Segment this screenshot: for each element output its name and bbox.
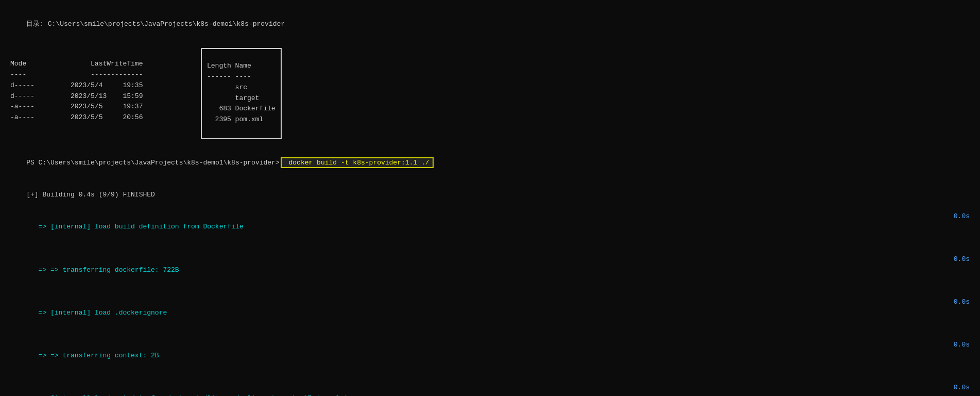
col-length-name: Length Name — [207, 62, 251, 70]
col-separator-right: ------ ---- — [207, 73, 251, 80]
col-separator: ---- ------------- — [10, 71, 143, 78]
row-2-left: d----- 2023/5/13 15:59 — [10, 92, 143, 100]
prompt-text: PS C:\Users\smile\projects\JavaProjects\… — [26, 159, 279, 167]
row-1-left: d----- 2023/5/4 19:35 — [10, 81, 143, 89]
build-line-2: => => transferring dockerfile: 722B 0.0s — [10, 254, 970, 297]
table-right: Length Name ------ ---- src target 683 D… — [207, 50, 276, 136]
build-line-3: => [internal] load .dockerignore 0.0s — [10, 297, 970, 340]
row-3-right: 683 Dockerfile — [207, 105, 276, 112]
title-text: 目录: C:\Users\smile\projects\JavaProjects… — [26, 20, 285, 28]
row-2-right: target — [207, 94, 259, 102]
col-mode: Mode LastWriteTime — [10, 60, 143, 68]
build-line-1: => [internal] load build definition from… — [10, 211, 970, 254]
table-left: Mode LastWriteTime ---- ------------- d-… — [10, 48, 196, 134]
table-right-box: Length Name ------ ---- src target 683 D… — [201, 48, 282, 139]
terminal-window: 目录: C:\Users\smile\projects\JavaProjects… — [10, 8, 970, 396]
build-status: [+] Building 0.4s (9/9) FINISHED — [10, 179, 970, 211]
row-1-right: src — [207, 84, 247, 91]
command-highlight-box: docker build -t k8s-provider:1.1 ./ — [281, 157, 434, 168]
title-line: 目录: C:\Users\smile\projects\JavaProjects… — [10, 8, 970, 40]
row-4-right: 2395 pom.xml — [207, 116, 263, 123]
build-output: => [internal] load build definition from… — [10, 211, 970, 396]
build-line-4: => => transferring context: 2B 0.0s — [10, 340, 970, 383]
command-line: PS C:\Users\smile\projects\JavaProjects\… — [10, 147, 970, 179]
row-4-left: -a---- 2023/5/5 20:56 — [10, 113, 143, 121]
row-3-left: -a---- 2023/5/5 19:37 — [10, 103, 143, 110]
command-text: docker build -t k8s-provider:1.1 ./ — [289, 159, 429, 167]
build-line-5: => [internal] load metadata for docker.i… — [10, 383, 970, 396]
